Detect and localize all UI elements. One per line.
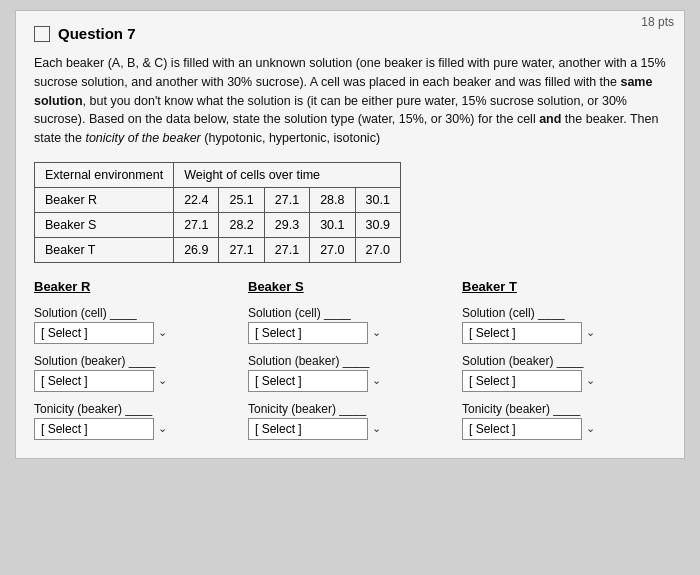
question-title: Question 7	[58, 25, 136, 42]
beaker-s-solution-beaker-select[interactable]: [ Select ] Water 15% Sucrose 30% Sucrose	[248, 370, 368, 392]
beaker-t-solution-cell-group: Solution (cell) ____ [ Select ] Water 15…	[462, 306, 666, 344]
chevron-down-icon: ⌄	[586, 422, 595, 435]
beaker-s-val4: 30.1	[310, 212, 355, 237]
data-table: External environment Weight of cells ove…	[34, 162, 401, 263]
beaker-t-solution-cell-row: [ Select ] Water 15% Sucrose 30% Sucrose…	[462, 322, 666, 344]
beaker-t-val5: 27.0	[355, 237, 400, 262]
beaker-s-solution-beaker-label: Solution (beaker) ____	[248, 354, 452, 368]
beaker-t-tonicity-group: Tonicity (beaker) ____ [ Select ] Hypoto…	[462, 402, 666, 440]
beaker-t-solution-beaker-group: Solution (beaker) ____ [ Select ] Water …	[462, 354, 666, 392]
table-row-beaker-r: Beaker R 22.4 25.1 27.1 28.8 30.1	[35, 187, 401, 212]
chevron-down-icon: ⌄	[158, 374, 167, 387]
table-row-beaker-t: Beaker T 26.9 27.1 27.1 27.0 27.0	[35, 237, 401, 262]
beaker-r-tonicity-group: Tonicity (beaker) ____ [ Select ] Hypoto…	[34, 402, 238, 440]
beaker-r-val4: 28.8	[310, 187, 355, 212]
chevron-down-icon: ⌄	[586, 326, 595, 339]
beaker-r-section: Beaker R Solution (cell) ____ [ Select ]…	[34, 279, 238, 440]
beaker-s-tonicity-row: [ Select ] Hypotonic Hypertonic Isotonic…	[248, 418, 452, 440]
beaker-s-solution-cell-group: Solution (cell) ____ [ Select ] Water 15…	[248, 306, 452, 344]
beaker-t-solution-cell-select[interactable]: [ Select ] Water 15% Sucrose 30% Sucrose	[462, 322, 582, 344]
beaker-r-solution-cell-label: Solution (cell) ____	[34, 306, 238, 320]
beaker-t-val2: 27.1	[219, 237, 264, 262]
beaker-t-title: Beaker T	[462, 279, 666, 294]
chevron-down-icon: ⌄	[372, 374, 381, 387]
beaker-r-val3: 27.1	[264, 187, 309, 212]
beaker-r-solution-beaker-label: Solution (beaker) ____	[34, 354, 238, 368]
beaker-s-val3: 29.3	[264, 212, 309, 237]
beaker-r-solution-beaker-group: Solution (beaker) ____ [ Select ] Water …	[34, 354, 238, 392]
beaker-s-solution-cell-label: Solution (cell) ____	[248, 306, 452, 320]
question-body: Each beaker (A, B, & C) is filled with a…	[34, 54, 666, 148]
beaker-t-val3: 27.1	[264, 237, 309, 262]
beaker-r-tonicity-label: Tonicity (beaker) ____	[34, 402, 238, 416]
pts-badge: 18 pts	[641, 15, 674, 29]
table-row-beaker-s: Beaker S 27.1 28.2 29.3 30.1 30.9	[35, 212, 401, 237]
beaker-t-section: Beaker T Solution (cell) ____ [ Select ]…	[462, 279, 666, 440]
beaker-s-solution-beaker-row: [ Select ] Water 15% Sucrose 30% Sucrose…	[248, 370, 452, 392]
beaker-r-tonicity-row: [ Select ] Hypotonic Hypertonic Isotonic…	[34, 418, 238, 440]
chevron-down-icon: ⌄	[372, 422, 381, 435]
beaker-s-solution-cell-select[interactable]: [ Select ] Water 15% Sucrose 30% Sucrose	[248, 322, 368, 344]
chevron-down-icon: ⌄	[158, 326, 167, 339]
beaker-s-tonicity-label: Tonicity (beaker) ____	[248, 402, 452, 416]
beaker-t-val1: 26.9	[174, 237, 219, 262]
page-container: 18 pts Question 7 Each beaker (A, B, & C…	[15, 10, 685, 459]
beaker-t-solution-beaker-label: Solution (beaker) ____	[462, 354, 666, 368]
beaker-r-val5: 30.1	[355, 187, 400, 212]
beaker-r-solution-beaker-row: [ Select ] Water 15% Sucrose 30% Sucrose…	[34, 370, 238, 392]
beaker-t-label: Beaker T	[35, 237, 174, 262]
beaker-s-title: Beaker S	[248, 279, 452, 294]
chevron-down-icon: ⌄	[158, 422, 167, 435]
beaker-r-val1: 22.4	[174, 187, 219, 212]
beaker-s-val2: 28.2	[219, 212, 264, 237]
question-header: Question 7	[34, 25, 666, 42]
beaker-s-solution-cell-row: [ Select ] Water 15% Sucrose 30% Sucrose…	[248, 322, 452, 344]
chevron-down-icon: ⌄	[372, 326, 381, 339]
beaker-t-tonicity-row: [ Select ] Hypotonic Hypertonic Isotonic…	[462, 418, 666, 440]
beaker-r-label: Beaker R	[35, 187, 174, 212]
beaker-r-solution-cell-select[interactable]: [ Select ] Water 15% Sucrose 30% Sucrose	[34, 322, 154, 344]
beaker-r-solution-cell-group: Solution (cell) ____ [ Select ] Water 15…	[34, 306, 238, 344]
beaker-t-tonicity-select[interactable]: [ Select ] Hypotonic Hypertonic Isotonic	[462, 418, 582, 440]
beaker-t-solution-beaker-row: [ Select ] Water 15% Sucrose 30% Sucrose…	[462, 370, 666, 392]
beaker-r-title: Beaker R	[34, 279, 238, 294]
beaker-s-section: Beaker S Solution (cell) ____ [ Select ]…	[248, 279, 452, 440]
beaker-t-solution-beaker-select[interactable]: [ Select ] Water 15% Sucrose 30% Sucrose	[462, 370, 582, 392]
beaker-s-label: Beaker S	[35, 212, 174, 237]
beaker-t-solution-cell-label: Solution (cell) ____	[462, 306, 666, 320]
beakers-grid: Beaker R Solution (cell) ____ [ Select ]…	[34, 279, 666, 440]
beaker-r-solution-cell-row: [ Select ] Water 15% Sucrose 30% Sucrose…	[34, 322, 238, 344]
beaker-s-val5: 30.9	[355, 212, 400, 237]
col2-header: Weight of cells over time	[174, 162, 401, 187]
beaker-s-tonicity-group: Tonicity (beaker) ____ [ Select ] Hypoto…	[248, 402, 452, 440]
beaker-t-tonicity-label: Tonicity (beaker) ____	[462, 402, 666, 416]
beaker-s-solution-beaker-group: Solution (beaker) ____ [ Select ] Water …	[248, 354, 452, 392]
beaker-s-tonicity-select[interactable]: [ Select ] Hypotonic Hypertonic Isotonic	[248, 418, 368, 440]
beaker-t-val4: 27.0	[310, 237, 355, 262]
beaker-s-val1: 27.1	[174, 212, 219, 237]
beaker-r-val2: 25.1	[219, 187, 264, 212]
chevron-down-icon: ⌄	[586, 374, 595, 387]
question-checkbox[interactable]	[34, 26, 50, 42]
beaker-r-solution-beaker-select[interactable]: [ Select ] Water 15% Sucrose 30% Sucrose	[34, 370, 154, 392]
col1-header: External environment	[35, 162, 174, 187]
beaker-r-tonicity-select[interactable]: [ Select ] Hypotonic Hypertonic Isotonic	[34, 418, 154, 440]
